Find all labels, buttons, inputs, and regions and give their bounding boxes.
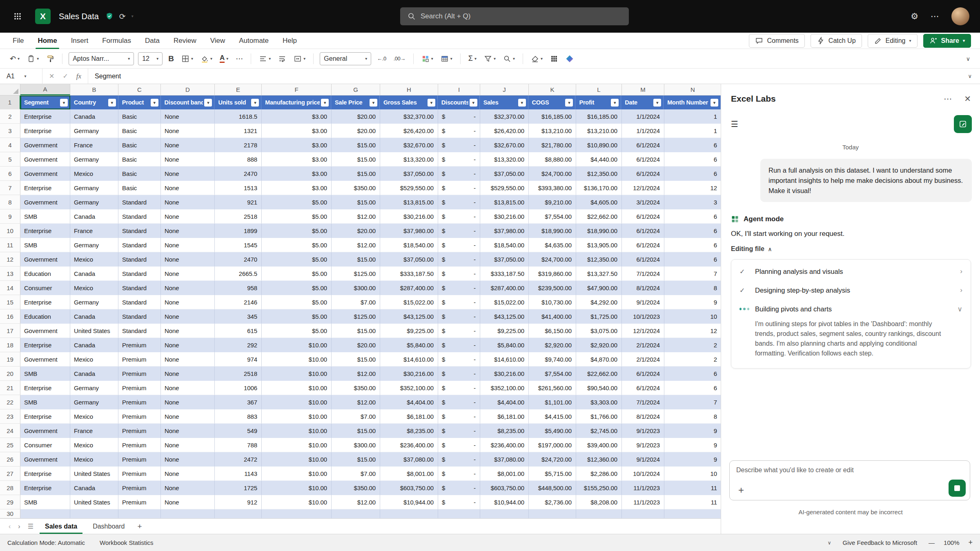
cell[interactable]: $5.00	[262, 252, 332, 267]
cell[interactable]: 1/1/2024	[622, 109, 664, 124]
cell[interactable]: $22,662.00	[576, 209, 622, 224]
cell[interactable]: 9	[664, 424, 721, 438]
cell[interactable]: Government	[20, 324, 70, 338]
cell[interactable]: $30,216.00	[380, 209, 438, 224]
avatar[interactable]	[951, 7, 969, 25]
cell[interactable]: $3.00	[262, 181, 332, 195]
cell[interactable]: 6/1/2024	[622, 138, 664, 152]
cell[interactable]: Premium	[118, 452, 161, 467]
cell[interactable]: $37,050.00	[480, 167, 529, 181]
cell[interactable]: $15.00	[332, 195, 380, 209]
cell[interactable]: 615	[215, 324, 262, 338]
cell[interactable]	[70, 509, 118, 518]
cell[interactable]: 6	[664, 152, 721, 167]
cell[interactable]: $8,235.00	[380, 424, 438, 438]
cell[interactable]: Premium	[118, 438, 161, 452]
cell[interactable]: $12.00	[332, 209, 380, 224]
header-cell[interactable]: Discounts▾	[438, 96, 480, 109]
new-chat-button[interactable]	[954, 115, 972, 133]
cell[interactable]: $13,210.00	[529, 124, 576, 138]
cell[interactable]: Government	[20, 252, 70, 267]
calculation-mode-status[interactable]: Calculation Mode: Automatic	[7, 539, 85, 546]
clear-button[interactable]: ▾	[528, 51, 546, 66]
cell[interactable]: $37,050.00	[380, 252, 438, 267]
header-cell[interactable]: Country▾	[70, 96, 118, 109]
cell[interactable]: None	[161, 309, 215, 324]
cell[interactable]: None	[161, 267, 215, 281]
cell[interactable]: $4,415.00	[529, 409, 576, 424]
cell[interactable]: None	[161, 438, 215, 452]
cell[interactable]: $239,500.00	[529, 281, 576, 295]
column-header-C[interactable]: C	[118, 84, 161, 95]
cell[interactable]: Premium	[118, 481, 161, 495]
cell[interactable]: Premium	[118, 424, 161, 438]
header-cell[interactable]: Sales▾	[480, 96, 528, 109]
cell[interactable]: 6/1/2024	[622, 238, 664, 252]
column-header-A[interactable]: A	[20, 84, 70, 95]
cell[interactable]: 10/1/2023	[622, 309, 664, 324]
cell[interactable]: 6	[664, 381, 721, 395]
cell[interactable]: 3/1/2024	[622, 195, 664, 209]
cell[interactable]: $16,185.00	[576, 109, 622, 124]
cell[interactable]: $-	[438, 195, 480, 209]
status-expand-chevron-icon[interactable]: ∨	[828, 540, 831, 545]
row-number[interactable]: 18	[0, 338, 20, 352]
cell[interactable]: Premium	[118, 467, 161, 481]
cell[interactable]: $-	[438, 295, 480, 309]
cell[interactable]: Government	[20, 167, 70, 181]
more-font-options-button[interactable]: ⋯	[232, 51, 246, 66]
cell[interactable]: $12.00	[332, 495, 380, 509]
cell[interactable]: SMB	[20, 238, 70, 252]
cell[interactable]: Canada	[70, 338, 118, 352]
cancel-entry-icon[interactable]: ✕	[49, 72, 54, 80]
more-options-icon[interactable]: ⋯	[931, 11, 939, 21]
cell[interactable]: None	[161, 295, 215, 309]
cell[interactable]: Basic	[118, 152, 161, 167]
cell[interactable]: $2,736.00	[529, 495, 576, 509]
cell[interactable]: $43,125.00	[380, 309, 438, 324]
cell[interactable]: $2,745.00	[576, 424, 622, 438]
cell[interactable]: $-	[438, 367, 480, 381]
cell[interactable]: 367	[215, 395, 262, 409]
cell[interactable]: $15.00	[332, 252, 380, 267]
cell[interactable]: 6	[664, 209, 721, 224]
cell[interactable]: Mexico	[70, 252, 118, 267]
cell[interactable]: $12.00	[332, 395, 380, 409]
ribbon-tab-automate[interactable]: Automate	[232, 33, 276, 49]
row-number[interactable]: 14	[0, 281, 20, 295]
cell[interactable]: 6/1/2024	[622, 167, 664, 181]
cell[interactable]: None	[161, 352, 215, 367]
cell[interactable]: $352,100.00	[380, 381, 438, 395]
cell[interactable]: None	[161, 424, 215, 438]
cell[interactable]: $3,075.00	[576, 324, 622, 338]
ribbon-tab-help[interactable]: Help	[276, 33, 304, 49]
column-header-H[interactable]: H	[380, 84, 438, 95]
cell[interactable]: 6/1/2024	[622, 381, 664, 395]
row-number[interactable]: 21	[0, 381, 20, 395]
cell[interactable]: $3.00	[262, 109, 332, 124]
cell[interactable]: 1899	[215, 224, 262, 238]
cell[interactable]: 1321	[215, 124, 262, 138]
cell[interactable]: $393,380.00	[529, 181, 576, 195]
cell[interactable]: 1143	[215, 467, 262, 481]
cell[interactable]: $15.00	[332, 167, 380, 181]
cell[interactable]: $26,420.00	[380, 124, 438, 138]
cell[interactable]	[262, 509, 332, 518]
filter-button[interactable]: ▾	[370, 99, 377, 107]
column-header-L[interactable]: L	[576, 84, 622, 95]
cell[interactable]: 8/1/2024	[622, 409, 664, 424]
share-button[interactable]: Share ▾	[923, 34, 971, 48]
row-number[interactable]: 12	[0, 252, 20, 267]
cell[interactable]: $-	[438, 224, 480, 238]
header-cell[interactable]: Sale Price▾	[331, 96, 380, 109]
cell[interactable]: Government	[20, 424, 70, 438]
insert-function-icon[interactable]: fx	[76, 72, 81, 80]
row-number[interactable]: 7	[0, 181, 20, 195]
cell[interactable]: Basic	[118, 109, 161, 124]
cell[interactable]: $-	[438, 124, 480, 138]
cell[interactable]: $-	[438, 481, 480, 495]
cell[interactable]: $448,500.00	[529, 481, 576, 495]
cell[interactable]: None	[161, 495, 215, 509]
sheet-tab-sales-data[interactable]: Sales data	[37, 519, 85, 534]
cell[interactable]: Germany	[70, 395, 118, 409]
